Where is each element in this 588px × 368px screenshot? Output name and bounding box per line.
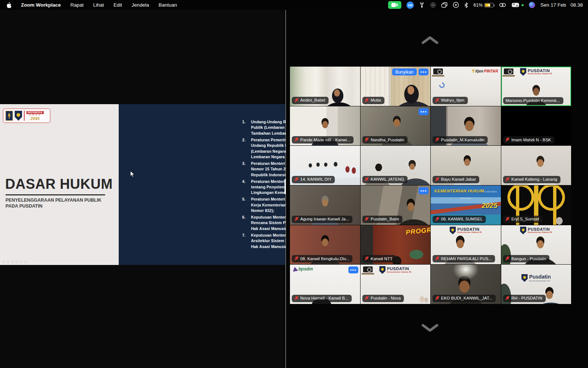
muted-mic-icon: [365, 137, 369, 142]
progr-banner-text: PROGR: [405, 226, 430, 236]
window-copy-icon[interactable]: [441, 2, 448, 8]
unmute-button[interactable]: Bunyikan: [392, 68, 417, 75]
participant-tile[interactable]: KEMENTERIAN HUKUMSUMATERA SELATAN202506.…: [431, 185, 501, 225]
participant-name: Pande Made HR - Kanwi...: [300, 138, 350, 142]
indonesia-emas-logo: INDONESIA E M A S 2045: [26, 111, 44, 121]
participant-name-tag: EKO BUDI_KANWIL_JAT...: [433, 295, 496, 302]
participant-tile[interactable]: Bayu Kanwil Jabar: [431, 146, 501, 185]
muted-mic-icon: [294, 256, 298, 261]
participant-tile[interactable]: PROGRKanwil NTT: [361, 225, 431, 265]
participant-tile[interactable]: PUSDATINKementerian Hukum RIREHAN PARGA …: [431, 225, 501, 265]
bluetooth-icon[interactable]: [464, 2, 468, 8]
participant-name-tag: Kanwil Kalteng - Lanang: [503, 176, 561, 183]
participant-tile[interactable]: Pande Made HR - Kanwi...: [290, 106, 360, 146]
participant-tile[interactable]: ●●●Nandha_Pusdatin: [361, 106, 431, 146]
slide-subtitle: PENYELENGGARAAN PELAYANAN PUBLIK PADA PU…: [6, 198, 101, 209]
pusdatin-logo: PusdatinKemenkumham RI: [521, 274, 551, 282]
blue-ring-logo: [438, 81, 446, 89]
participant-tile[interactable]: Eryl S_Sumsel: [501, 185, 571, 225]
participant-tile[interactable]: ●●●Pusdatin_Baim: [361, 185, 431, 225]
menu-bantuan[interactable]: Bantuan: [158, 2, 177, 8]
more-options-button[interactable]: ●●●: [419, 187, 429, 194]
mouse-cursor: [130, 171, 135, 179]
participant-grid: Andini_BabelBunyikan●●●MutiaItjenPINTARW…: [290, 67, 571, 304]
participant-name-tag: Pusdatin_Baim: [362, 216, 402, 223]
muted-mic-icon: [435, 177, 439, 182]
camera-prop-icon: [504, 68, 513, 74]
pusdatin-shield-icon: [449, 227, 456, 234]
shared-slide: INDONESIA E M A S 2045 DASAR HUKUM PENYE…: [0, 104, 285, 265]
pusdatin-shield-icon: [520, 227, 526, 234]
play-circle-icon[interactable]: [453, 2, 459, 8]
participant-tile[interactable]: PusdatinKemenkumham RIRH - PUSDATIN: [501, 265, 571, 304]
participant-name-tag: Pusdatin_M.Kamaludin: [433, 136, 488, 144]
participant-name-tag: Pande Made HR - Kanwi...: [292, 136, 354, 144]
participant-tile[interactable]: Agung Irawan Kanwil Ja...: [290, 185, 360, 225]
menubar-clock[interactable]: Sen 17 Feb 08.38: [540, 2, 583, 8]
participant-tile[interactable]: PUSDATINKementerian Hukum RIMarsono-Pusd…: [501, 67, 571, 106]
participant-name-tag: Kanwil NTT: [362, 255, 396, 262]
siri-icon[interactable]: [529, 2, 535, 8]
participant-tile[interactable]: 08. Kanwil Bengkulu-Div...: [290, 225, 360, 265]
zoom-menubar-icon[interactable]: zm: [406, 1, 414, 9]
muted-mic-icon: [506, 256, 510, 261]
participant-tile[interactable]: Bunyikan●●●Mutia: [361, 67, 431, 106]
apple-menu-icon[interactable]: [7, 2, 11, 8]
muted-mic-icon: [506, 177, 510, 182]
airplay-rings-icon[interactable]: [430, 2, 436, 8]
scroll-down-chevron-icon[interactable]: [421, 324, 439, 333]
participant-name-tag: Bangun - Pusdatin: [503, 255, 550, 262]
participant-name-tag: Bayu Kanwil Jabar: [433, 176, 479, 183]
participant-name: EKO BUDI_KANWIL_JAT...: [441, 296, 492, 300]
participant-tile[interactable]: Andini_Babel: [290, 67, 360, 106]
battery-percent: 61%: [473, 3, 483, 8]
app-name[interactable]: Zoom Workplace: [21, 2, 61, 8]
battery-indicator[interactable]: 61%: [473, 3, 494, 8]
pengayoman-emblem-icon: [6, 111, 13, 121]
title-underline: [6, 194, 105, 195]
menubar-date: Sen 17 Feb: [540, 2, 566, 8]
participant-tile[interactable]: ItjenPINTARWahyu_Itjen: [431, 67, 501, 106]
slide-left-panel: INDONESIA E M A S 2045 DASAR HUKUM PENYE…: [0, 104, 119, 265]
stag-icon[interactable]: [419, 2, 425, 8]
muted-mic-icon: [435, 98, 439, 103]
participant-name: Kanwil Kalteng - Lanang: [512, 177, 557, 181]
menu-jendela[interactable]: Jendela: [132, 2, 149, 8]
pusdatin-shield-icon: [521, 274, 528, 282]
link-chain-icon[interactable]: [499, 2, 506, 8]
participant-name-tag: Nandha_Pusdatin: [362, 136, 408, 144]
participant-tile[interactable]: EKO BUDI_KANWIL_JAT...: [431, 265, 501, 304]
camera-prop-icon: [433, 68, 443, 74]
participant-name: Nova Harneli - Kanwil B...: [300, 296, 348, 300]
menu-lihat[interactable]: Lihat: [93, 2, 104, 8]
pusdatin-logo: PUSDATINKementerian Hukum RI: [449, 227, 482, 234]
participant-name-tag: Marsono-Pusdatin Kemenk...: [503, 97, 563, 104]
menu-edit[interactable]: Edit: [114, 2, 122, 8]
control-center-icon[interactable]: [512, 3, 519, 7]
bpsdm-logo: bpsdm: [293, 266, 313, 272]
participant-tile[interactable]: 14. KANWIL DIY: [290, 146, 360, 185]
participant-tile[interactable]: Kanwil Kalteng - Lanang: [501, 146, 571, 185]
participant-tile[interactable]: PUSDATINKementerian Hukum RIBangun - Pus…: [501, 225, 571, 265]
pusdatin-logo: PUSDATINKementerian Hukum RI: [520, 227, 552, 234]
participant-tile[interactable]: PUSDATINKementerian Hukum RIPusdatin - N…: [361, 265, 431, 304]
more-options-button[interactable]: ●●●: [419, 108, 429, 115]
participant-tile[interactable]: KANWIL JATENG: [361, 146, 431, 185]
participant-tile[interactable]: Pusdatin_M.Kamaludin: [431, 106, 501, 146]
participant-name-tag: REHAN PARGA ALI PUS...: [433, 255, 495, 262]
muted-mic-icon: [365, 217, 369, 222]
more-options-button[interactable]: ●●●: [348, 266, 358, 273]
muted-mic-icon: [294, 137, 298, 142]
muted-mic-icon: [294, 296, 298, 301]
participant-tile[interactable]: bpsdm●●●Nova Harneli - Kanwil B...: [290, 265, 360, 304]
scroll-up-chevron-icon[interactable]: [421, 36, 439, 46]
menu-rapat[interactable]: Rapat: [71, 2, 84, 8]
itjen-pintar-logo: ItjenPINTAR: [472, 69, 498, 73]
camera-active-button[interactable]: [388, 1, 401, 9]
muted-mic-icon: [294, 217, 298, 222]
muted-mic-icon: [435, 217, 439, 222]
more-options-button[interactable]: ●●●: [419, 68, 429, 75]
participant-tile[interactable]: Imam Mahdi N - BSK: [501, 106, 571, 146]
participant-name-tag: Pusdatin - Nova: [362, 295, 404, 302]
participant-name: Wahyu_Itjen: [441, 98, 465, 102]
